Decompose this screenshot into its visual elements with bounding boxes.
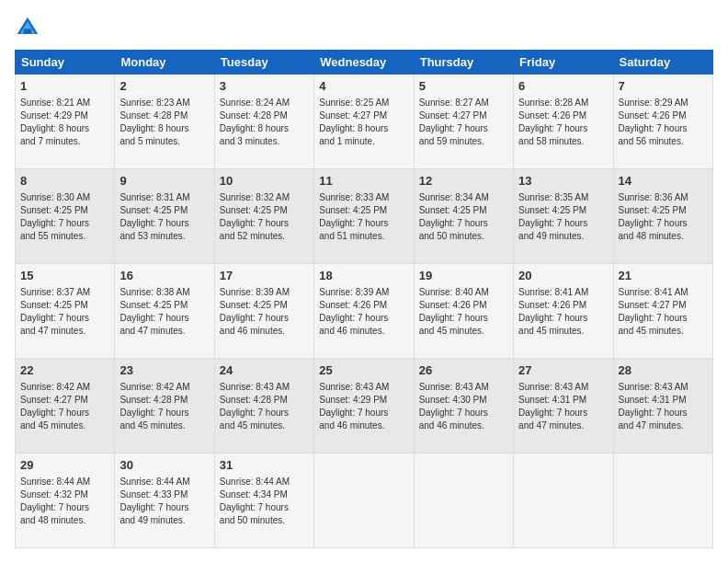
calendar-cell: 30Sunrise: 8:44 AMSunset: 4:33 PMDayligh…	[115, 454, 214, 548]
day-info: and 50 minutes.	[220, 514, 309, 527]
day-number: 28	[619, 362, 708, 379]
day-info: Sunrise: 8:41 AM	[619, 286, 708, 299]
calendar-cell: 24Sunrise: 8:43 AMSunset: 4:28 PMDayligh…	[214, 359, 313, 454]
day-info: Daylight: 7 hours	[518, 407, 608, 419]
day-info: Daylight: 7 hours	[419, 407, 508, 419]
day-info: Sunrise: 8:42 AM	[20, 381, 109, 394]
day-number: 14	[619, 173, 708, 190]
day-info: and 7 minutes.	[20, 135, 109, 148]
day-info: Sunrise: 8:44 AM	[119, 476, 209, 488]
day-info: Sunset: 4:27 PM	[319, 109, 408, 122]
logo-icon	[15, 15, 40, 40]
day-info: and 49 minutes.	[119, 514, 209, 527]
day-info: Daylight: 7 hours	[319, 312, 408, 325]
calendar-cell: 13Sunrise: 8:35 AMSunset: 4:25 PMDayligh…	[514, 169, 613, 264]
day-number: 23	[119, 362, 209, 379]
day-number: 10	[220, 173, 309, 190]
col-header-friday: Friday	[514, 51, 613, 75]
day-info: Daylight: 7 hours	[20, 312, 109, 325]
day-info: and 51 minutes.	[319, 230, 408, 243]
calendar-cell: 19Sunrise: 8:40 AMSunset: 4:26 PMDayligh…	[414, 264, 513, 359]
day-number: 30	[119, 457, 209, 474]
day-info: Sunrise: 8:25 AM	[319, 97, 408, 109]
calendar-cell: 10Sunrise: 8:32 AMSunset: 4:25 PMDayligh…	[214, 169, 313, 264]
week-row-3: 15Sunrise: 8:37 AMSunset: 4:25 PMDayligh…	[16, 264, 713, 359]
day-info: Daylight: 7 hours	[119, 501, 209, 514]
day-info: and 47 minutes.	[20, 325, 109, 338]
day-number: 7	[619, 78, 708, 95]
day-info: Sunset: 4:28 PM	[220, 109, 309, 122]
day-number: 13	[518, 173, 608, 190]
week-row-1: 1Sunrise: 8:21 AMSunset: 4:29 PMDaylight…	[16, 75, 713, 169]
day-info: Sunset: 4:26 PM	[319, 299, 408, 312]
day-info: and 45 minutes.	[419, 325, 508, 338]
calendar-cell: 17Sunrise: 8:39 AMSunset: 4:25 PMDayligh…	[214, 264, 313, 359]
calendar-cell: 20Sunrise: 8:41 AMSunset: 4:26 PMDayligh…	[514, 264, 613, 359]
day-number: 27	[518, 362, 608, 379]
day-info: Sunrise: 8:32 AM	[220, 191, 309, 204]
day-info: and 55 minutes.	[20, 230, 109, 243]
day-number: 3	[220, 78, 309, 95]
day-number: 29	[20, 457, 109, 474]
day-info: and 48 minutes.	[619, 230, 708, 243]
calendar-cell: 25Sunrise: 8:43 AMSunset: 4:29 PMDayligh…	[314, 359, 414, 454]
day-info: Sunset: 4:27 PM	[419, 109, 508, 122]
week-row-2: 8Sunrise: 8:30 AMSunset: 4:25 PMDaylight…	[16, 169, 713, 264]
day-info: Sunrise: 8:41 AM	[518, 286, 608, 299]
day-info: Daylight: 7 hours	[119, 312, 209, 325]
calendar-cell	[613, 454, 712, 548]
day-number: 22	[20, 362, 109, 379]
logo	[15, 15, 44, 40]
day-number: 4	[319, 78, 408, 95]
day-info: Sunrise: 8:42 AM	[119, 381, 209, 394]
day-info: Daylight: 7 hours	[518, 312, 608, 325]
day-info: Daylight: 7 hours	[20, 217, 109, 230]
day-info: Sunset: 4:28 PM	[220, 394, 309, 407]
day-number: 26	[419, 362, 508, 379]
calendar-cell: 4Sunrise: 8:25 AMSunset: 4:27 PMDaylight…	[314, 75, 414, 169]
calendar-cell	[314, 454, 414, 548]
header-row: SundayMondayTuesdayWednesdayThursdayFrid…	[16, 51, 713, 75]
day-info: Sunrise: 8:36 AM	[619, 191, 708, 204]
col-header-saturday: Saturday	[613, 51, 712, 75]
calendar-cell: 28Sunrise: 8:43 AMSunset: 4:31 PMDayligh…	[613, 359, 712, 454]
day-info: Daylight: 7 hours	[119, 407, 209, 419]
calendar-cell: 27Sunrise: 8:43 AMSunset: 4:31 PMDayligh…	[514, 359, 613, 454]
day-info: and 46 minutes.	[319, 419, 408, 432]
calendar-cell: 16Sunrise: 8:38 AMSunset: 4:25 PMDayligh…	[115, 264, 214, 359]
day-number: 9	[119, 173, 209, 190]
col-header-wednesday: Wednesday	[314, 51, 414, 75]
day-info: and 50 minutes.	[419, 230, 508, 243]
calendar-cell: 1Sunrise: 8:21 AMSunset: 4:29 PMDaylight…	[16, 75, 115, 169]
day-info: Sunrise: 8:40 AM	[419, 286, 508, 299]
day-info: and 59 minutes.	[419, 135, 508, 148]
day-number: 31	[220, 457, 309, 474]
day-info: Sunrise: 8:29 AM	[619, 97, 708, 109]
calendar-cell: 23Sunrise: 8:42 AMSunset: 4:28 PMDayligh…	[115, 359, 214, 454]
day-info: and 46 minutes.	[319, 325, 408, 338]
day-number: 21	[619, 268, 708, 284]
day-info: Sunset: 4:25 PM	[518, 204, 608, 217]
day-info: Sunrise: 8:43 AM	[619, 381, 708, 394]
day-info: Sunrise: 8:39 AM	[220, 286, 309, 299]
day-info: and 58 minutes.	[518, 135, 608, 148]
day-info: Daylight: 7 hours	[220, 501, 309, 514]
day-info: Daylight: 7 hours	[419, 217, 508, 230]
day-info: and 53 minutes.	[119, 230, 209, 243]
day-info: and 52 minutes.	[220, 230, 309, 243]
day-info: Sunrise: 8:21 AM	[20, 97, 109, 109]
calendar-cell: 18Sunrise: 8:39 AMSunset: 4:26 PMDayligh…	[314, 264, 414, 359]
day-info: Daylight: 7 hours	[619, 122, 708, 135]
day-info: Sunset: 4:26 PM	[518, 109, 608, 122]
day-info: Sunrise: 8:43 AM	[518, 381, 608, 394]
day-info: Sunset: 4:28 PM	[119, 109, 209, 122]
day-info: Sunset: 4:26 PM	[419, 299, 508, 312]
day-info: and 45 minutes.	[119, 419, 209, 432]
day-info: Daylight: 7 hours	[319, 217, 408, 230]
calendar-table: SundayMondayTuesdayWednesdayThursdayFrid…	[15, 50, 713, 548]
day-info: Daylight: 7 hours	[419, 122, 508, 135]
day-info: Sunrise: 8:44 AM	[220, 476, 309, 488]
day-info: Sunrise: 8:43 AM	[319, 381, 408, 394]
col-header-monday: Monday	[115, 51, 214, 75]
day-info: and 5 minutes.	[119, 135, 209, 148]
